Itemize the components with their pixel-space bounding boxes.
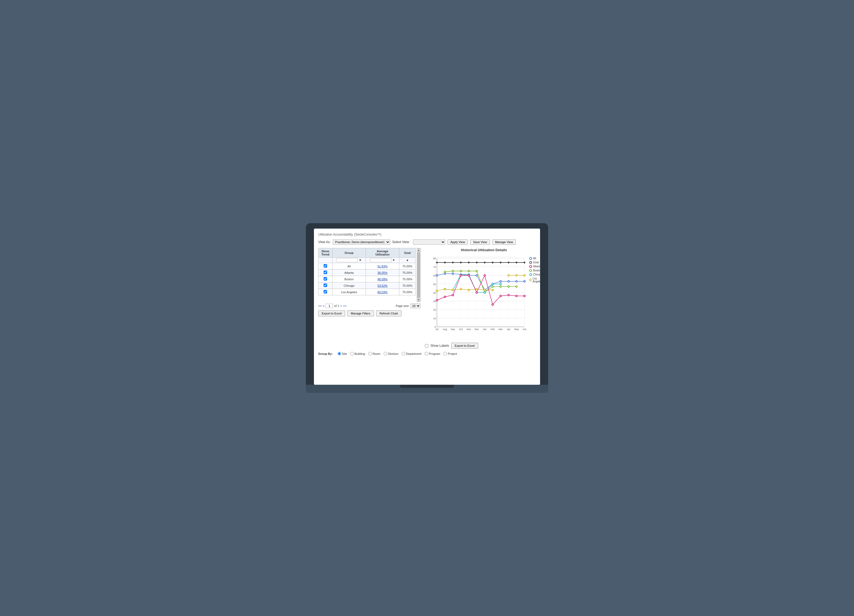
data-point-los-angeles xyxy=(476,288,477,290)
app-title: Utilization Accountability (SenteConsole… xyxy=(318,232,536,237)
show-labels-checkbox[interactable] xyxy=(425,344,429,348)
group-by-bar: Group By: SiteBuildingRoomDivisionDepart… xyxy=(318,352,536,355)
filter-util[interactable]: ▼ xyxy=(366,258,399,263)
svg-text:Sep: Sep xyxy=(451,328,455,331)
data-point-boston xyxy=(444,271,446,273)
data-point-atlanta xyxy=(492,304,494,305)
prev-page-link[interactable]: < xyxy=(323,304,325,308)
group-cell: Atlanta xyxy=(332,270,366,276)
group-by-radio-department[interactable] xyxy=(402,352,405,355)
avg-util-cell[interactable]: 36.05% xyxy=(366,270,399,276)
first-page-link[interactable]: << xyxy=(318,304,322,308)
group-by-radio-building[interactable] xyxy=(350,352,354,355)
action-buttons: Export to Excel Manage Filters Refresh C… xyxy=(318,310,421,316)
show-labels-label: Show Labels xyxy=(430,344,449,348)
show-trend-cell[interactable] xyxy=(319,276,332,282)
table-row: Los Angeles60.03%75.00% xyxy=(319,289,416,295)
chart-area: 01020304050607080JulAugSepOctNovDecJanFe… xyxy=(425,254,540,341)
select-view-label: Select View : xyxy=(392,240,411,244)
laptop-device: Utilization Accountability (SenteConsole… xyxy=(306,223,548,393)
group-by-option-department[interactable]: Department xyxy=(402,352,421,355)
table-row: All51.83%75.00% xyxy=(319,263,416,270)
avg-util-cell[interactable]: 51.83% xyxy=(366,263,399,270)
group-by-option-division[interactable]: Division xyxy=(384,352,398,355)
avg-util-link[interactable]: 48.09% xyxy=(377,278,387,281)
util-filter-input[interactable] xyxy=(370,258,392,262)
group-by-label: Group By: xyxy=(318,352,333,355)
chart-legend: AllGoalAtlantaBostonChicagoLos Angeles xyxy=(529,254,540,341)
left-panel: ShowTrend Group AverageUtilization Goal xyxy=(318,248,421,316)
avg-util-cell[interactable]: 53.52% xyxy=(366,282,399,289)
pagination-bar: << < of 1 > >> Page size: 10 xyxy=(318,303,421,308)
filter-goal[interactable]: ▼ xyxy=(399,258,416,263)
svg-text:Jan: Jan xyxy=(483,328,487,331)
export-excel-button[interactable]: Export to Excel xyxy=(318,310,345,316)
show-trend-checkbox[interactable] xyxy=(323,277,327,281)
scrollbar-down-button[interactable]: ▼ xyxy=(417,298,421,302)
avg-util-link[interactable]: 51.83% xyxy=(377,265,387,268)
last-page-link[interactable]: >> xyxy=(343,304,346,308)
scrollbar-thumb[interactable] xyxy=(417,252,420,297)
goal-cell: 75.00% xyxy=(399,276,416,282)
group-by-radio-program[interactable] xyxy=(425,352,428,355)
refresh-chart-button[interactable]: Refresh Chart xyxy=(376,310,401,316)
legend-label: Goal xyxy=(533,261,539,264)
next-page-link[interactable]: > xyxy=(340,304,342,308)
chart-title: Historical Utilization Details xyxy=(425,248,540,252)
svg-text:Aug: Aug xyxy=(443,328,447,331)
avg-util-link[interactable]: 36.05% xyxy=(377,271,387,274)
group-by-radio-division[interactable] xyxy=(384,352,387,355)
svg-text:Apr: Apr xyxy=(507,328,511,331)
group-by-option-room[interactable]: Room xyxy=(368,352,380,355)
svg-text:80: 80 xyxy=(433,257,436,260)
filter-trend xyxy=(319,258,332,263)
current-page-input[interactable] xyxy=(325,304,333,308)
group-by-option-building[interactable]: Building xyxy=(350,352,365,355)
group-by-option-site[interactable]: Site xyxy=(338,352,347,355)
data-point-los-angeles xyxy=(508,274,509,276)
show-trend-checkbox[interactable] xyxy=(323,290,327,293)
svg-text:10: 10 xyxy=(433,317,436,320)
group-by-option-project[interactable]: Project xyxy=(444,352,457,355)
show-trend-cell[interactable] xyxy=(319,270,332,276)
legend-label: All xyxy=(533,257,536,260)
group-by-radio-site[interactable] xyxy=(338,352,341,355)
group-by-option-program[interactable]: Program xyxy=(425,352,440,355)
group-by-option-label: Building xyxy=(355,352,365,355)
avg-util-cell[interactable]: 48.09% xyxy=(366,276,399,282)
select-view-select[interactable] xyxy=(413,239,445,245)
data-point-los-angeles xyxy=(484,289,485,291)
avg-util-link[interactable]: 60.03% xyxy=(377,291,387,294)
show-trend-cell[interactable] xyxy=(319,282,332,289)
group-by-radio-project[interactable] xyxy=(444,352,447,355)
show-trend-cell[interactable] xyxy=(319,289,332,295)
legend-dot xyxy=(529,261,532,264)
show-trend-cell[interactable] xyxy=(319,263,332,270)
show-trend-checkbox[interactable] xyxy=(323,284,327,287)
avg-util-cell[interactable]: 60.03% xyxy=(366,289,399,295)
group-by-radio-room[interactable] xyxy=(368,352,372,355)
legend-label: Chicago xyxy=(533,273,540,276)
table-row: Chicago53.52%75.00% xyxy=(319,282,416,289)
page-size-select[interactable]: 10 xyxy=(410,303,421,308)
table-scrollbar[interactable]: ▲ ▼ xyxy=(417,248,421,302)
apply-view-button[interactable]: Apply View xyxy=(447,239,468,245)
group-filter-input[interactable] xyxy=(336,258,358,262)
manage-filters-button[interactable]: Manage Filters xyxy=(347,310,374,316)
show-trend-checkbox[interactable] xyxy=(323,264,327,268)
svg-text:60: 60 xyxy=(433,274,436,277)
view-as-select[interactable]: Practitioner, Demo (demopractitioner) xyxy=(333,239,390,245)
col-avg-util: AverageUtilization xyxy=(366,248,399,258)
svg-text:Feb: Feb xyxy=(491,328,495,331)
filter-group[interactable]: ▼ xyxy=(332,258,366,263)
table-row: Atlanta36.05%75.00% xyxy=(319,270,416,276)
show-trend-checkbox[interactable] xyxy=(323,271,327,274)
data-point-boston xyxy=(476,270,477,272)
save-view-button[interactable]: Save View xyxy=(470,239,490,245)
group-by-option-label: Department xyxy=(406,352,421,355)
avg-util-link[interactable]: 53.52% xyxy=(377,284,387,287)
manage-view-button[interactable]: Manage View xyxy=(492,239,516,245)
data-point-los-angeles xyxy=(452,289,454,291)
scrollbar-up-button[interactable]: ▲ xyxy=(417,248,421,252)
chart-export-excel-button[interactable]: Export to Excel xyxy=(451,343,478,349)
